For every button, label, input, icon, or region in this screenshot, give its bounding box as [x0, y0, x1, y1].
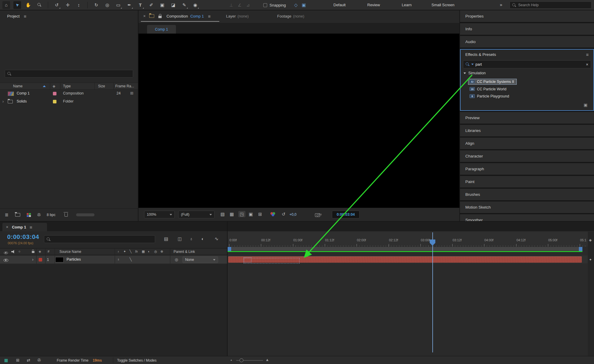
graph-editor-icon[interactable]: ∿: [215, 237, 218, 241]
swap-io-icon[interactable]: ⇄: [27, 358, 30, 362]
choose-grid-guides-icon[interactable]: ▧: [220, 212, 225, 216]
rotation-tool[interactable]: ↻: [92, 1, 100, 9]
horizontal-scrollbar-thumb[interactable]: [76, 213, 94, 216]
effects-group-simulation[interactable]: Simulation: [464, 71, 486, 75]
eraser-tool[interactable]: ◪: [169, 1, 177, 9]
panel-tab-align[interactable]: Align: [460, 138, 594, 149]
panel-tab-character[interactable]: Character: [460, 150, 594, 162]
panel-corner-icon[interactable]: ▣: [584, 103, 587, 107]
toggle-mask-visibility-icon[interactable]: ◳: [238, 211, 245, 217]
type-tool[interactable]: T: [136, 1, 144, 9]
lock-column-icon[interactable]: [32, 251, 34, 253]
panel-menu-icon[interactable]: ≡: [30, 225, 32, 230]
comp-button-icon[interactable]: ✦: [589, 258, 592, 261]
bit-depth-label[interactable]: 8 bpc: [47, 213, 55, 217]
view-options-icon[interactable]: ⊞: [258, 212, 262, 216]
panel-tab-audio[interactable]: Audio: [460, 36, 594, 48]
layer-expand-arrow-icon[interactable]: ›: [32, 257, 34, 262]
trash-icon[interactable]: [64, 213, 68, 217]
comp-tab[interactable]: Comp 1: [147, 25, 176, 34]
list-view-icon[interactable]: ≣: [5, 212, 9, 218]
column-name[interactable]: Name: [13, 84, 23, 88]
viewer-comp-name[interactable]: Comp 1: [190, 14, 204, 18]
column-frame-rate[interactable]: Frame Ra...: [115, 84, 134, 88]
panel-tab-preview[interactable]: Preview: [460, 112, 594, 124]
zoom-out-mountain-icon[interactable]: ▴: [231, 359, 232, 361]
footage-tab[interactable]: Footage: [277, 14, 292, 18]
panel-tab-libraries[interactable]: Libraries: [460, 125, 594, 136]
parent-pickwhip-icon[interactable]: ◎: [175, 258, 178, 261]
label-color-swatch[interactable]: [53, 100, 56, 103]
clone-stamp-tool[interactable]: ▣: [158, 1, 166, 9]
label-color-swatch[interactable]: [53, 92, 56, 95]
layer-label-color[interactable]: [39, 258, 42, 261]
panel-tab-brushes[interactable]: Brushes: [460, 189, 594, 200]
project-row-solids[interactable]: › Solids Folder: [0, 98, 138, 106]
clear-search-icon[interactable]: ×: [586, 62, 588, 67]
project-search-field[interactable]: [5, 70, 133, 78]
toggle-switches-modes-button[interactable]: Toggle Switches / Modes: [117, 358, 157, 363]
roto-brush-tool[interactable]: ✎: [180, 1, 188, 9]
work-area-start-handle[interactable]: [228, 247, 231, 251]
home-button[interactable]: ⌂: [2, 1, 10, 9]
show-snapshot-icon[interactable]: ∞: [319, 212, 322, 216]
layer-row[interactable]: › 1 Particles ♁ ╲ ◎ None: [0, 256, 227, 264]
video-column-eye-icon[interactable]: [4, 252, 8, 254]
effect-item-particle-playground[interactable]: 8 Particle Playground: [469, 93, 509, 100]
pen-tool[interactable]: ✒: [125, 1, 133, 9]
layer-tab[interactable]: Layer: [226, 14, 236, 18]
current-timecode[interactable]: 0:00:03:04: [7, 233, 39, 240]
workspace-small-screen[interactable]: Small Screen: [431, 3, 454, 7]
parent-dropdown[interactable]: None: [182, 256, 218, 263]
layer-shy-switch-icon[interactable]: ♁: [117, 258, 120, 261]
workspace-review[interactable]: Review: [367, 3, 380, 7]
reset-exposure-icon[interactable]: ↺: [282, 212, 286, 216]
frame-blending-icon[interactable]: ◐: [201, 237, 204, 241]
effects-search-field[interactable]: part ×: [463, 60, 591, 68]
axis-view-icon[interactable]: ⊿: [246, 3, 250, 7]
panel-tab-paint[interactable]: Paint: [460, 176, 594, 187]
label-column-icon[interactable]: ◈: [53, 84, 55, 88]
transparency-grid-icon[interactable]: ▦: [230, 212, 234, 216]
work-area-end-handle[interactable]: [579, 247, 582, 251]
timeline-search-field[interactable]: [44, 235, 155, 243]
brush-tool[interactable]: ✐: [147, 1, 155, 9]
solo-column-icon[interactable]: ○: [18, 250, 21, 253]
resolution-dropdown[interactable]: (Full): [178, 211, 215, 218]
effects-panel-header[interactable]: Effects & Presets ≡: [461, 50, 593, 59]
close-tab-icon[interactable]: ×: [143, 14, 146, 18]
project-row-comp1[interactable]: Comp 1 Composition 24 ⊞: [0, 90, 138, 98]
exposure-value[interactable]: +0,0: [289, 212, 297, 217]
sort-ascending-icon[interactable]: [43, 85, 46, 87]
magnification-dropdown[interactable]: 100%: [144, 211, 175, 218]
viewer-timecode-box[interactable]: 0:00:03:04: [332, 211, 360, 218]
composition-viewport[interactable]: [138, 34, 459, 208]
selection-tool[interactable]: ➤: [13, 1, 21, 9]
work-area-bar[interactable]: [228, 247, 582, 251]
snap-option-a-icon[interactable]: ◇: [294, 2, 298, 8]
audio-column-speaker-icon[interactable]: [11, 250, 15, 253]
workspace-learn[interactable]: Learn: [402, 3, 412, 7]
effect-item-cc-particle-world[interactable]: 16 CC Particle World: [469, 86, 506, 92]
zoom-in-mountain-icon[interactable]: ▲: [265, 358, 269, 362]
panel-menu-icon[interactable]: ≡: [586, 52, 589, 57]
time-ruler[interactable]: 0:00f 00:12f 01:00f 01:12f 02:00f 02:12f…: [228, 232, 588, 247]
axis-world-icon[interactable]: ∠: [238, 3, 242, 7]
snapping-checkbox[interactable]: [263, 3, 267, 7]
region-of-interest-icon[interactable]: ▣: [249, 212, 253, 216]
pan-camera-tool[interactable]: ✛: [64, 1, 72, 9]
column-type[interactable]: Type: [63, 84, 71, 88]
hide-shy-layers-icon[interactable]: ♁: [190, 237, 193, 241]
panel-tab-paragraph[interactable]: Paragraph: [460, 163, 594, 175]
close-tab-icon[interactable]: ×: [6, 225, 8, 229]
layer-visibility-eye-icon[interactable]: [4, 259, 8, 262]
composition-flowchart-icon[interactable]: ▤: [164, 237, 168, 241]
grid-toggle-icon[interactable]: ⊞: [16, 358, 20, 362]
project-item-name[interactable]: Comp 1: [17, 91, 30, 95]
pan-behind-tool[interactable]: ◎: [103, 1, 111, 9]
source-name-column[interactable]: Source Name: [59, 250, 81, 254]
layer-number-column[interactable]: #: [48, 250, 49, 253]
new-folder-icon[interactable]: [15, 213, 20, 217]
snap-option-b-icon[interactable]: ▣: [302, 2, 306, 8]
show-channel-icon[interactable]: [270, 212, 276, 216]
